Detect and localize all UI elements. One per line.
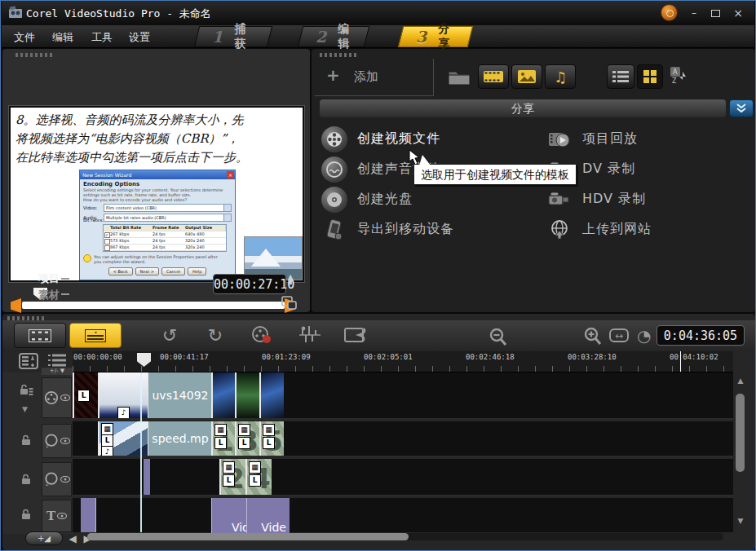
option-create-disc[interactable]: 创建光盘: [321, 184, 533, 214]
fit-timeline-button[interactable]: +◢: [25, 531, 63, 545]
option-hdv-record[interactable]: HDV 录制: [546, 184, 750, 214]
filter-photo-button[interactable]: [511, 64, 542, 89]
minimize-button[interactable]: –: [685, 7, 703, 20]
video-clip-1[interactable]: L: [73, 372, 98, 418]
grid-view-button[interactable]: [637, 64, 663, 89]
vscroll-up-button[interactable]: ▲: [736, 377, 745, 385]
corel-badge-icon[interactable]: [661, 4, 678, 21]
tab-capture[interactable]: 1捕获: [194, 26, 272, 47]
dialog-desc: Select encoding settings for your conten…: [83, 187, 232, 197]
title-clip-small[interactable]: [81, 498, 96, 532]
share-header: 分享: [320, 99, 726, 117]
timeline-toolbar: ↺ ↻: [2, 320, 755, 351]
record-capture-button[interactable]: [250, 322, 274, 348]
project-duration-icon[interactable]: ◔: [637, 326, 651, 346]
eye-icon: [60, 476, 70, 483]
timeline-playhead-marker[interactable]: [137, 353, 151, 367]
add-button[interactable]: + 添加: [315, 59, 434, 96]
timeline-timecode[interactable]: 0:04:36:05: [657, 325, 745, 346]
storyboard-view-button[interactable]: [14, 323, 66, 348]
option-project-playback[interactable]: 项目回放: [546, 124, 750, 154]
option-dv-record[interactable]: DV 录制: [546, 154, 750, 184]
video-clip-4[interactable]: [235, 372, 259, 418]
timeline-view-button[interactable]: [69, 323, 122, 348]
video-clip-name[interactable]: uvs14092: [148, 372, 212, 418]
trim-start-handle[interactable]: [11, 298, 21, 313]
collapse-panel-button[interactable]: [729, 99, 754, 117]
overlay2-clip-c1[interactable]: 2 ▦ L: [219, 459, 245, 495]
title-track-button[interactable]: T: [42, 500, 72, 532]
video-clip-5[interactable]: [259, 372, 284, 418]
track-list-icon[interactable]: [46, 353, 68, 369]
enlarge-preview-icon[interactable]: [281, 296, 298, 311]
sound-mixer-button[interactable]: [298, 322, 322, 348]
track-manager-icon[interactable]: [19, 353, 40, 369]
tab-edit[interactable]: 2编辑: [298, 26, 369, 47]
option-create-video-file[interactable]: 创建视频文件: [321, 124, 533, 154]
undo-button[interactable]: ↺: [157, 322, 182, 348]
title-bar: Corel VideoStudio Pro - 未命名 – ×: [2, 1, 754, 25]
zoom-in-icon[interactable]: [583, 327, 603, 346]
note-line: 8。选择视、音频的码流及分辨率大小，先: [15, 111, 298, 130]
tab-share[interactable]: 3分享: [398, 26, 473, 47]
hscroll-thumb[interactable]: [87, 533, 409, 540]
dialog-title: New Session Wizard ×: [80, 170, 235, 179]
option-upload-website[interactable]: 上传到网站: [546, 214, 750, 245]
scroll-left-button[interactable]: ◀: [66, 532, 79, 545]
eye-icon: [60, 438, 70, 444]
list-view-icon: [612, 71, 629, 82]
menu-tools[interactable]: 工具: [91, 30, 113, 45]
menu-settings[interactable]: 设置: [129, 30, 150, 45]
redo-button[interactable]: ↻: [203, 322, 228, 348]
preview-screen: 8。选择视、音频的码流及分辨率大小，先 将视频选择为“电影内容视频（CBR）”，…: [9, 106, 304, 282]
audio-select: Multiple bit rates audio (CBR): [104, 214, 232, 222]
overlay2-small-clip[interactable]: [144, 459, 150, 495]
photo-icon: [518, 70, 536, 83]
clip-mode-button[interactable]: 素材: [38, 288, 60, 302]
menu-edit[interactable]: 编辑: [52, 30, 73, 45]
overlay-clip-name[interactable]: speed.mp: [148, 421, 212, 456]
overlay2-reel-icon: 2: [44, 472, 59, 487]
instant-project-button[interactable]: [343, 322, 368, 348]
timecode-stepper[interactable]: ▲▼: [288, 274, 293, 285]
overlay-clip-c1[interactable]: 1 ▦ L: [211, 421, 235, 456]
filter-video-button[interactable]: [478, 64, 509, 89]
video-track-lock-icon[interactable]: [19, 382, 33, 397]
storyboard-icon: [29, 329, 51, 342]
browse-folder-icon[interactable]: [447, 67, 471, 86]
video-clip-3[interactable]: [211, 372, 235, 418]
overlay-clip-c3[interactable]: 5 ▦ L: [259, 421, 284, 456]
title-track-lock-icon[interactable]: [19, 507, 33, 522]
overlay-track2-button[interactable]: 2: [42, 462, 72, 496]
overlay-track-1: ▦ L ♪ speed.mp 1 ▦ L 3 ▦ L 5 ▦ L: [73, 421, 733, 457]
track-collapse-icon[interactable]: ▼: [22, 405, 28, 413]
overlay2-clip-c2[interactable]: 4 ▦ L: [245, 459, 272, 495]
playhead-line[interactable]: [140, 372, 142, 532]
video-track-button[interactable]: [42, 377, 72, 418]
maximize-button[interactable]: [706, 7, 724, 20]
overlay2-lock-icon[interactable]: [19, 472, 33, 487]
zoom-out-icon[interactable]: [489, 328, 508, 347]
grid-view-icon: [643, 70, 657, 83]
scrubber-bar[interactable]: [22, 302, 285, 309]
overlay-track1-button[interactable]: 1: [42, 424, 72, 458]
app-window: Corel VideoStudio Pro - 未命名 – × 文件 编辑 工具…: [0, 0, 756, 551]
preview-timecode[interactable]: 00:00:27:10: [213, 274, 286, 294]
fit-project-icon[interactable]: ↔: [609, 328, 629, 342]
overlay-clip-c2[interactable]: 3 ▦ L: [235, 421, 259, 456]
video-track-reel-icon: [44, 390, 59, 405]
list-view-button[interactable]: [607, 64, 634, 89]
track-add-remove-button[interactable]: +/- ▼: [42, 368, 73, 375]
timeline-ruler[interactable]: 00:00:00:00 00:00:41:17 00:01:23:09 00:0…: [73, 351, 733, 372]
filter-audio-button[interactable]: ♫: [545, 64, 576, 89]
project-mode-button[interactable]: 项目: [38, 271, 60, 286]
sort-az-icon[interactable]: A Z: [669, 65, 690, 86]
close-button[interactable]: ×: [729, 7, 747, 20]
option-export-mobile-device[interactable]: 导出到移动设备: [321, 214, 533, 245]
title-clip-2[interactable]: Vide: [246, 498, 290, 536]
eye-icon: [57, 513, 67, 519]
vscroll-thumb[interactable]: [736, 394, 745, 472]
overlay1-lock-icon[interactable]: [19, 433, 33, 447]
menu-file[interactable]: 文件: [14, 30, 35, 45]
vscroll-down-button[interactable]: ▼: [736, 517, 745, 525]
